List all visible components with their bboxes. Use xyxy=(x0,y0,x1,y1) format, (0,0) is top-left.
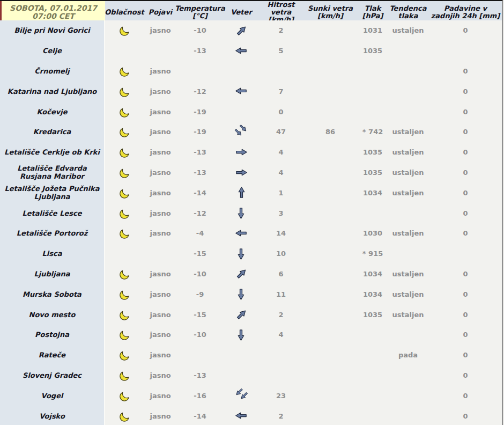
wind-gusts-cell xyxy=(302,61,358,82)
moon-icon xyxy=(119,126,130,137)
station-name: Kredarica xyxy=(0,122,105,142)
wind-cell xyxy=(223,406,260,425)
wind-direction-icon xyxy=(235,328,248,341)
pressure-cell xyxy=(358,406,387,425)
phenomena-cell xyxy=(144,41,177,61)
pressure-cell xyxy=(358,345,387,365)
wind-speed-cell: 6 xyxy=(260,264,302,284)
table-row: Bilje pri Novi Gorici jasno -10 2 1031 u… xyxy=(0,20,502,41)
wind-gusts-cell xyxy=(302,264,358,284)
station-name: Rateče xyxy=(0,345,105,365)
phenomena-cell: jasno xyxy=(144,385,177,406)
pressure-tendency-cell: ustaljen xyxy=(387,284,429,304)
wind-gusts-cell xyxy=(302,406,358,425)
moon-icon xyxy=(119,187,130,199)
pressure-cell: * 742 xyxy=(358,122,387,142)
moon-icon xyxy=(119,86,130,97)
temperature-cell: -14 xyxy=(177,406,223,425)
wind-gusts-cell xyxy=(302,203,358,223)
temperature-cell: -15 xyxy=(177,304,223,325)
precipitation-cell: 0 xyxy=(429,304,502,325)
table-row: Postojna jasno -10 4 0 xyxy=(0,325,502,345)
wind-speed-cell: 2 xyxy=(260,20,302,41)
wind-direction-icon xyxy=(235,45,248,57)
pressure-cell: * 915 xyxy=(358,244,387,264)
wind-speed-cell: 10 xyxy=(260,244,302,264)
precipitation-cell: 0 xyxy=(429,284,502,304)
pressure-tendency-cell: ustaljen xyxy=(387,142,429,163)
wind-cell xyxy=(223,264,260,284)
pressure-tendency-cell: ustaljen xyxy=(387,223,429,244)
cloud-cell xyxy=(105,163,144,183)
wind-speed-cell: 4 xyxy=(260,163,302,183)
cloud-cell xyxy=(105,406,144,425)
wind-speed-cell: 23 xyxy=(260,385,302,406)
wind-cell xyxy=(223,163,260,183)
wind-speed-cell: 4 xyxy=(260,142,302,163)
precipitation-cell xyxy=(429,244,502,264)
cloud-cell xyxy=(105,385,144,406)
pressure-tendency-cell: ustaljen xyxy=(387,20,429,41)
pressure-tendency-cell xyxy=(387,101,429,122)
wind-cell xyxy=(223,325,260,345)
precipitation-cell: 0 xyxy=(429,264,502,284)
phenomena-cell: jasno xyxy=(144,122,177,142)
cloud-cell xyxy=(105,325,144,345)
station-name: Črnomelj xyxy=(0,61,105,82)
table-row: Vogel jasno -16 23 0 xyxy=(0,385,502,406)
phenomena-cell: jasno xyxy=(144,345,177,365)
phenomena-cell: jasno xyxy=(144,61,177,82)
phenomena-cell: jasno xyxy=(144,304,177,325)
wind-gusts-cell xyxy=(302,20,358,41)
wind-cell xyxy=(223,244,260,264)
table-row: Letališče Jožeta Pučnika Ljubljana jasno… xyxy=(0,182,502,203)
station-name: Slovenj Gradec xyxy=(0,365,105,386)
pressure-tendency-cell xyxy=(387,203,429,223)
wind-speed-cell: 47 xyxy=(260,122,302,142)
moon-icon xyxy=(119,268,130,280)
station-name: Lisca xyxy=(0,244,105,264)
table-row: Lisca -15 10 * 915 xyxy=(0,244,502,264)
temperature-cell: -12 xyxy=(177,203,223,223)
precipitation-cell: 0 xyxy=(429,182,502,203)
cloud-cell xyxy=(105,41,144,61)
pressure-cell: 1035 xyxy=(358,41,387,61)
table-row: Kredarica jasno -19 47 86 * 742 ustaljen… xyxy=(0,122,502,142)
pressure-cell xyxy=(358,385,387,406)
pressure-cell: 1034 xyxy=(358,264,387,284)
wind-direction-double-icon xyxy=(234,125,249,139)
precipitation-cell: 0 xyxy=(429,365,502,386)
pressure-tendency-cell: ustaljen xyxy=(387,163,429,183)
wind-speed-cell: 4 xyxy=(260,325,302,345)
pressure-tendency-cell xyxy=(387,244,429,264)
moon-icon xyxy=(119,411,130,422)
table-row: Vojsko jasno -14 2 0 xyxy=(0,406,502,425)
moon-icon xyxy=(119,370,130,381)
table-row: Katarina nad Ljubljano jasno -12 7 0 xyxy=(0,81,502,101)
station-name: Murska Sobota xyxy=(0,284,105,304)
wind-direction-icon xyxy=(235,146,248,159)
pressure-cell xyxy=(358,81,387,101)
cloud-cell xyxy=(105,345,144,365)
moon-icon xyxy=(119,349,130,361)
pressure-tendency-cell xyxy=(387,365,429,386)
wind-speed-cell xyxy=(260,365,302,386)
wind-speed-cell: 0 xyxy=(260,101,302,122)
moon-icon xyxy=(119,106,130,118)
temperature-cell: -14 xyxy=(177,182,223,203)
wind-speed-cell: 2 xyxy=(260,406,302,425)
wind-cell xyxy=(223,122,260,142)
pressure-cell: 1034 xyxy=(358,284,387,304)
phenomena-cell: jasno xyxy=(144,264,177,284)
temperature-cell: -15 xyxy=(177,244,223,264)
pressure-cell: 1031 xyxy=(358,20,387,41)
wind-gusts-cell xyxy=(302,81,358,101)
precipitation-cell: 0 xyxy=(429,385,502,406)
moon-icon xyxy=(119,329,130,340)
cloud-cell xyxy=(105,203,144,223)
table-row: Slovenj Gradec jasno -13 0 xyxy=(0,365,502,386)
wind-cell xyxy=(223,345,260,365)
weather-table: SOBOTA, 07.01.2017 07:00 CET Oblačnost P… xyxy=(0,0,503,425)
wind-cell xyxy=(223,61,260,82)
cloud-cell xyxy=(105,304,144,325)
